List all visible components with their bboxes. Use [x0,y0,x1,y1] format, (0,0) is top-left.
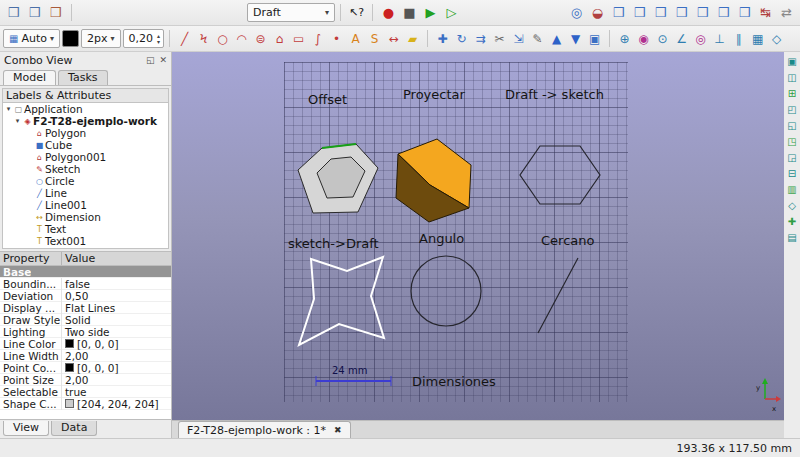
draft-upgrade-icon[interactable]: ▲ [547,28,566,49]
tab-data[interactable]: Data [51,421,97,436]
tab-view[interactable]: View [3,421,49,436]
tree-item-circle[interactable]: ○ Circle [3,175,168,187]
expander-icon[interactable]: ▾ [13,117,22,125]
right-tool-icon-1[interactable]: ▣ [786,55,799,68]
tree-item-line[interactable]: ╱ Line [3,187,168,199]
tree-item-sketch[interactable]: ✎ Sketch [3,163,168,175]
panel-close-icon[interactable]: ✕ [159,55,167,65]
property-value-cell[interactable]: [0, 0, 0] [62,338,171,350]
view-top-icon[interactable]: ❒ [650,2,671,23]
measure-distance-icon[interactable]: ↹ [755,2,776,23]
tree-item-line001[interactable]: ╱ Line001 [3,199,168,211]
snap-perpendicular-icon[interactable]: ⊥ [710,28,729,49]
angulo-circle[interactable] [411,256,481,326]
property-value-cell[interactable]: Flat Lines [62,302,171,314]
draft-bspline-icon[interactable]: ∫ [308,28,327,49]
right-tool-icon-9[interactable]: ▥ [786,183,799,196]
document-tab[interactable]: F2-T28-ejemplo-work : 1* ✖ [178,421,351,438]
tree-item-polygon001[interactable]: ⌂ Polygon001 [3,151,168,163]
draft-circle-icon[interactable]: ○ [213,28,232,49]
draft-edit-icon[interactable]: ✎ [528,28,547,49]
snap-angle-icon[interactable]: ∠ [672,28,691,49]
draft-arc-icon[interactable]: ◠ [232,28,251,49]
draft-rectangle-icon[interactable]: ▭ [289,28,308,49]
draft-move-icon[interactable]: ✚ [433,28,452,49]
property-display-mode[interactable]: Display ... Flat Lines [0,302,171,314]
draft-point-icon[interactable]: • [327,28,346,49]
workbench-selector[interactable]: Draft ▾ [247,3,335,22]
macro-debug-icon[interactable]: ▷ [441,2,462,23]
draft-ellipse-icon[interactable]: ⊜ [251,28,270,49]
right-tool-icon-7[interactable]: ◲ [786,151,799,164]
property-bounding-box[interactable]: Boundin... false [0,278,171,290]
draft-text-icon[interactable]: A [346,28,365,49]
dimension-line[interactable] [316,376,391,386]
snap-center-icon[interactable]: ◎ [691,28,710,49]
property-value-cell[interactable]: 2,00 [62,374,171,386]
dimension-value-label[interactable]: 24 mm [332,365,367,376]
offset-shape[interactable] [298,144,378,213]
close-icon[interactable]: ✖ [334,425,342,435]
property-point-size[interactable]: Point Size 2,00 [0,374,171,386]
label-angulo[interactable]: Angulo [419,231,464,246]
snap-endpoint-icon[interactable]: ◉ [634,28,653,49]
snap-working-plane-icon[interactable]: ◇ [767,28,786,49]
std-view-icon-1[interactable]: ❒ [3,2,24,23]
hexagon-shape[interactable] [520,146,600,204]
property-group-base[interactable]: Base [0,266,171,278]
right-tool-icon-11[interactable]: ✚ [786,215,799,228]
property-point-color[interactable]: Point Co... [0, 0, 0] [0,362,171,374]
view-fit-all-icon[interactable]: ◎ [566,2,587,23]
property-selectable[interactable]: Selectable true [0,386,171,398]
right-tool-icon-4[interactable]: ◰ [786,103,799,116]
right-tool-icon-3[interactable]: ⊞ [786,87,799,100]
view-bottom-icon[interactable]: ❒ [713,2,734,23]
draft-clone-icon[interactable]: ▣ [585,28,604,49]
draft-polygon-icon[interactable]: ⌂ [270,28,289,49]
tree-item-application[interactable]: ▾ ▢ Application [3,103,168,115]
view-left-icon[interactable]: ❒ [734,2,755,23]
property-value-cell[interactable]: 0,50 [62,290,171,302]
view-draw-style-icon[interactable]: ◒ [587,2,608,23]
tab-model[interactable]: Model [3,70,56,85]
property-value-cell[interactable]: true [62,386,171,398]
right-tool-icon-8[interactable]: ⊟ [786,167,799,180]
property-shape-color[interactable]: Shape C... [204, 204, 204] [0,398,171,410]
line-color-button[interactable] [62,30,79,47]
cercano-line[interactable] [538,258,578,333]
right-tool-icon-5[interactable]: ◱ [786,119,799,132]
proyectar-cube[interactable] [396,139,471,222]
macro-play-icon[interactable]: ▶ [420,2,441,23]
draft-wire-icon[interactable]: Ϟ [194,28,213,49]
draft-facebinder-icon[interactable]: ▰ [403,28,422,49]
label-cercano[interactable]: Cercano [541,233,594,248]
macro-record-icon[interactable]: ● [378,2,399,23]
viewport-3d[interactable]: 24 mm Offset Proyectar Draft -> sketch s… [172,52,784,420]
right-tool-icon-12[interactable]: ▤ [786,231,799,244]
label-offset[interactable]: Offset [308,92,347,107]
scale-spinbox[interactable]: 0,20 ▴▾ [123,29,165,48]
tab-tasks[interactable]: Tasks [58,70,107,85]
draft-offset-icon[interactable]: ⇉ [471,28,490,49]
property-draw-style[interactable]: Draw Style Solid [0,314,171,326]
std-view-icon-3[interactable]: ❒ [45,2,66,23]
right-tool-icon-10[interactable]: ◇ [786,199,799,212]
tree-item-polygon[interactable]: ⌂ Polygon [3,127,168,139]
draft-downgrade-icon[interactable]: ▼ [566,28,585,49]
sketch-draft-shape[interactable] [299,257,384,345]
spinbox-arrows[interactable]: ▴▾ [157,33,160,45]
draft-trimex-icon[interactable]: ✂ [490,28,509,49]
macro-stop-icon[interactable]: ■ [399,2,420,23]
std-view-icon-2[interactable]: ❒ [24,2,45,23]
view-rear-icon[interactable]: ❒ [692,2,713,23]
expander-icon[interactable]: ▾ [4,105,13,113]
draft-rotate-icon[interactable]: ↻ [452,28,471,49]
snap-parallel-icon[interactable]: ∥ [729,28,748,49]
property-value-cell[interactable]: Solid [62,314,171,326]
draft-line-icon[interactable]: ╱ [175,28,194,49]
panel-float-icon[interactable]: ◱ [146,55,155,65]
property-value-cell[interactable]: false [62,278,171,290]
property-lighting[interactable]: Lighting Two side [0,326,171,338]
property-value-cell[interactable]: Two side [62,326,171,338]
whatsthis-icon[interactable]: ↖? [346,2,367,23]
